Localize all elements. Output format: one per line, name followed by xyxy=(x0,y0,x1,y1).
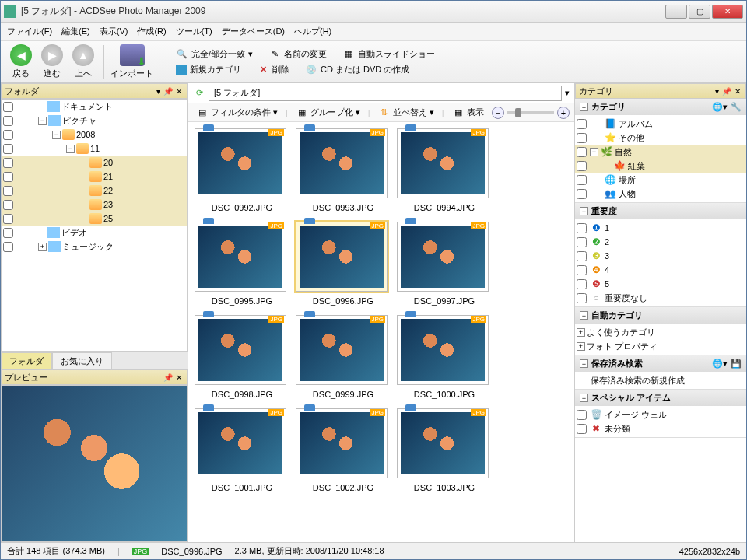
tool-icon[interactable]: 🔧 xyxy=(731,102,742,112)
cat-checkbox[interactable] xyxy=(577,175,587,185)
expand-icon[interactable]: + xyxy=(577,342,585,351)
collapse-icon[interactable]: − xyxy=(580,103,588,111)
panel-close-icon[interactable]: ✕ xyxy=(174,373,184,382)
minimize-button[interactable]: — xyxy=(665,5,687,19)
cat-checkbox[interactable] xyxy=(577,223,587,233)
cat-label[interactable]: 紅葉 xyxy=(628,160,645,172)
close-button[interactable]: ✕ xyxy=(712,5,743,19)
tree-checkbox[interactable] xyxy=(3,186,13,196)
tree-label[interactable]: 20 xyxy=(103,158,113,167)
tree-checkbox[interactable] xyxy=(3,200,13,210)
tree-checkbox[interactable] xyxy=(3,214,13,224)
globe-icon[interactable]: 🌐▾ xyxy=(712,102,728,112)
tree-checkbox[interactable] xyxy=(3,116,13,126)
save-search-icon[interactable]: 💾 xyxy=(731,359,742,369)
cat-checkbox[interactable] xyxy=(577,251,587,261)
disc-button[interactable]: 💿CD または DVD の作成 xyxy=(305,64,409,76)
tree-label[interactable]: 21 xyxy=(103,172,113,181)
tree-checkbox[interactable] xyxy=(3,130,13,140)
thumbnail-item[interactable]: JPGDSC_1000.JPG xyxy=(397,315,492,399)
newcategory-button[interactable]: 新規カテゴリ xyxy=(176,64,241,76)
cat-label[interactable]: よく使うカテゴリ xyxy=(587,327,655,338)
cat-label[interactable]: 人物 xyxy=(619,188,636,200)
tree-label[interactable]: ビデオ xyxy=(61,227,87,239)
cat-label[interactable]: イメージ ウェル xyxy=(605,409,667,421)
thumbnail-item[interactable]: JPGDSC_0993.JPG xyxy=(296,128,391,212)
thumbnail-item[interactable]: JPGDSC_1001.JPG xyxy=(195,408,289,492)
panel-close-icon[interactable]: ✕ xyxy=(733,87,742,96)
collapse-icon[interactable]: − xyxy=(38,117,47,125)
cat-label[interactable]: 自然 xyxy=(615,146,632,158)
thumbnail-item[interactable]: JPGDSC_1002.JPG xyxy=(296,408,391,492)
cat-checkbox[interactable] xyxy=(577,189,587,199)
cat-checkbox[interactable] xyxy=(577,279,587,289)
thumbnail-item[interactable]: JPGDSC_0992.JPG xyxy=(195,128,289,212)
tree-checkbox[interactable] xyxy=(3,158,13,168)
zoom-out-button[interactable]: − xyxy=(492,107,504,119)
menu-view[interactable]: 表示(V) xyxy=(100,26,128,37)
cat-header-category[interactable]: −カテゴリ🌐▾🔧 xyxy=(575,99,746,115)
path-input[interactable] xyxy=(209,86,562,101)
delete-button[interactable]: ✕削除 xyxy=(257,64,289,76)
thumbnail-item[interactable]: JPGDSC_1003.JPG xyxy=(397,408,492,492)
pin-icon[interactable]: 📌 xyxy=(162,373,174,382)
tree-label[interactable]: 23 xyxy=(103,200,113,209)
tree-label[interactable]: ピクチャ xyxy=(62,115,96,127)
thumbnail-grid[interactable]: JPGDSC_0992.JPGJPGDSC_0993.JPGJPGDSC_099… xyxy=(188,122,574,542)
thumbnail-item[interactable]: JPGDSC_0999.JPG xyxy=(296,315,391,399)
cat-label[interactable]: 保存済み検索の新規作成 xyxy=(591,375,685,387)
tree-label[interactable]: 11 xyxy=(90,144,100,153)
cat-header-importance[interactable]: −重要度 xyxy=(575,203,746,219)
menu-file[interactable]: ファイル(F) xyxy=(7,26,52,37)
tree-label[interactable]: ミュージック xyxy=(62,241,114,253)
thumbnail-item[interactable]: JPGDSC_0996.JPG xyxy=(296,222,391,306)
maximize-button[interactable]: ▢ xyxy=(689,5,710,19)
expand-icon[interactable]: + xyxy=(577,328,585,337)
cat-checkbox[interactable] xyxy=(577,424,587,434)
cat-header-special[interactable]: −スペシャル アイテム xyxy=(575,390,746,406)
cat-checkbox[interactable] xyxy=(577,293,587,303)
collapse-icon[interactable]: − xyxy=(580,359,588,368)
thumbnail-item[interactable]: JPGDSC_0994.JPG xyxy=(397,128,492,212)
forward-button[interactable]: ▶進む xyxy=(38,44,66,79)
cat-checkbox[interactable] xyxy=(577,133,587,143)
thumbnail-item[interactable]: JPGDSC_0997.JPG xyxy=(397,222,492,306)
cat-checkbox[interactable] xyxy=(577,161,587,171)
slideshow-button[interactable]: ▦自動スライドショー xyxy=(342,48,435,61)
tree-checkbox[interactable] xyxy=(3,102,13,112)
cat-label[interactable]: 5 xyxy=(605,279,609,289)
panel-dropdown-icon[interactable]: ▾ xyxy=(714,87,721,96)
menu-help[interactable]: ヘルプ(H) xyxy=(294,26,331,37)
tab-folder[interactable]: フォルダ xyxy=(1,352,52,369)
tree-label[interactable]: 2008 xyxy=(76,130,95,139)
globe-icon[interactable]: 🌐▾ xyxy=(712,359,728,369)
cat-checkbox[interactable] xyxy=(577,119,587,129)
collapse-icon[interactable]: − xyxy=(52,131,61,139)
menu-database[interactable]: データベース(D) xyxy=(222,26,285,37)
pin-icon[interactable]: 📌 xyxy=(162,87,174,96)
match-button[interactable]: 🔍完全/部分一致 ▾ xyxy=(176,48,253,61)
cat-label[interactable]: 場所 xyxy=(619,174,636,186)
pin-icon[interactable]: 📌 xyxy=(721,87,733,96)
collapse-icon[interactable]: − xyxy=(590,148,598,156)
cat-label[interactable]: 2 xyxy=(605,237,609,247)
tree-label[interactable]: 25 xyxy=(103,214,113,223)
collapse-icon[interactable]: − xyxy=(66,145,75,153)
folder-tree[interactable]: ドキュメント −ピクチャ −2008 −11 20 21 22 23 25 ビデ… xyxy=(1,99,188,352)
cat-label[interactable]: 1 xyxy=(605,223,609,233)
cat-header-saved[interactable]: −保存済み検索🌐▾💾 xyxy=(575,355,746,372)
zoom-in-button[interactable]: + xyxy=(557,107,570,119)
view-button[interactable]: ▦表示 xyxy=(449,105,487,121)
cat-checkbox[interactable] xyxy=(577,410,587,420)
thumbnail-item[interactable]: JPGDSC_0995.JPG xyxy=(195,222,289,306)
back-button[interactable]: ◀戻る xyxy=(7,44,35,79)
tree-checkbox[interactable] xyxy=(3,144,13,154)
tree-label[interactable]: 22 xyxy=(103,186,113,195)
refresh-icon[interactable]: ⟳ xyxy=(193,87,205,100)
cat-label[interactable]: 3 xyxy=(605,251,609,261)
panel-close-icon[interactable]: ✕ xyxy=(174,87,184,96)
path-dropdown-icon[interactable]: ▾ xyxy=(565,88,570,98)
zoom-slider[interactable] xyxy=(507,111,554,114)
filter-button[interactable]: ▤フィルタの条件 ▾ xyxy=(193,105,281,121)
up-button[interactable]: ▲上へ xyxy=(69,44,97,79)
